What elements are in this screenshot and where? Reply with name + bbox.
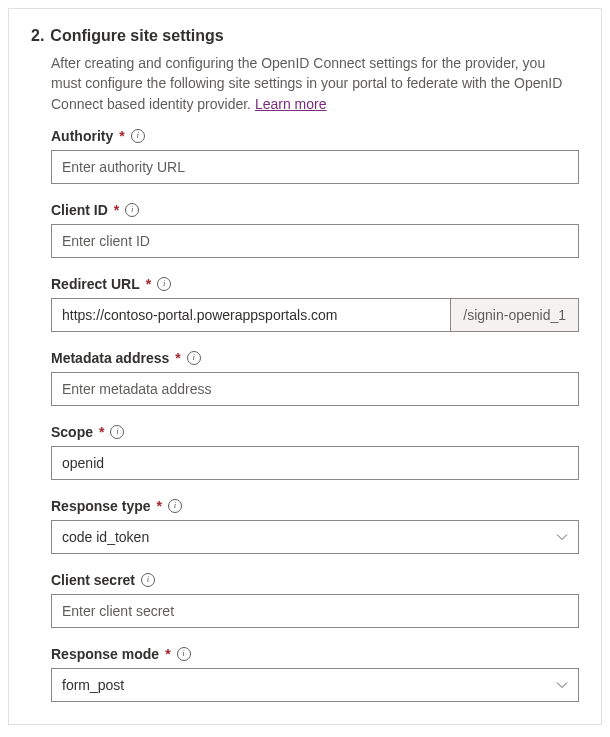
client-secret-field: Client secret i bbox=[51, 572, 579, 628]
redirect-url-label: Redirect URL bbox=[51, 276, 140, 292]
response-type-field: Response type * i code id_token bbox=[51, 498, 579, 554]
client-secret-label: Client secret bbox=[51, 572, 135, 588]
client-id-field: Client ID * i bbox=[51, 202, 579, 258]
info-icon[interactable]: i bbox=[125, 203, 139, 217]
required-marker: * bbox=[146, 276, 151, 292]
client-id-label: Client ID bbox=[51, 202, 108, 218]
info-icon[interactable]: i bbox=[187, 351, 201, 365]
required-marker: * bbox=[119, 128, 124, 144]
response-mode-select[interactable]: form_post bbox=[51, 668, 579, 702]
metadata-address-input[interactable] bbox=[51, 372, 579, 406]
info-icon[interactable]: i bbox=[141, 573, 155, 587]
required-marker: * bbox=[99, 424, 104, 440]
redirect-url-field: Redirect URL * i /signin-openid_1 bbox=[51, 276, 579, 332]
configure-site-settings-panel: 2. Configure site settings After creatin… bbox=[8, 8, 602, 725]
authority-label: Authority bbox=[51, 128, 113, 144]
info-icon[interactable]: i bbox=[131, 129, 145, 143]
response-mode-label: Response mode bbox=[51, 646, 159, 662]
fields-container: Authority * i Client ID * i Redirect URL… bbox=[51, 128, 579, 702]
scope-label: Scope bbox=[51, 424, 93, 440]
required-marker: * bbox=[165, 646, 170, 662]
metadata-address-label: Metadata address bbox=[51, 350, 169, 366]
authority-field: Authority * i bbox=[51, 128, 579, 184]
response-mode-value: form_post bbox=[62, 677, 124, 693]
chevron-down-icon bbox=[556, 531, 568, 543]
info-icon[interactable]: i bbox=[110, 425, 124, 439]
redirect-url-input[interactable] bbox=[52, 299, 450, 331]
metadata-address-field: Metadata address * i bbox=[51, 350, 579, 406]
learn-more-link[interactable]: Learn more bbox=[255, 96, 327, 112]
step-number: 2. bbox=[31, 27, 44, 45]
client-id-input[interactable] bbox=[51, 224, 579, 258]
info-icon[interactable]: i bbox=[177, 647, 191, 661]
response-type-value: code id_token bbox=[62, 529, 149, 545]
redirect-url-combo: /signin-openid_1 bbox=[51, 298, 579, 332]
required-marker: * bbox=[114, 202, 119, 218]
authority-input[interactable] bbox=[51, 150, 579, 184]
required-marker: * bbox=[157, 498, 162, 514]
chevron-down-icon bbox=[556, 679, 568, 691]
redirect-url-suffix: /signin-openid_1 bbox=[450, 299, 578, 331]
scope-field: Scope * i bbox=[51, 424, 579, 480]
step-description-wrap: After creating and configuring the OpenI… bbox=[51, 53, 579, 114]
step-header: 2. Configure site settings bbox=[31, 27, 579, 45]
response-mode-field: Response mode * i form_post bbox=[51, 646, 579, 702]
info-icon[interactable]: i bbox=[157, 277, 171, 291]
response-type-select[interactable]: code id_token bbox=[51, 520, 579, 554]
required-marker: * bbox=[175, 350, 180, 366]
info-icon[interactable]: i bbox=[168, 499, 182, 513]
step-title: Configure site settings bbox=[50, 27, 223, 45]
client-secret-input[interactable] bbox=[51, 594, 579, 628]
scope-input[interactable] bbox=[51, 446, 579, 480]
response-type-label: Response type bbox=[51, 498, 151, 514]
